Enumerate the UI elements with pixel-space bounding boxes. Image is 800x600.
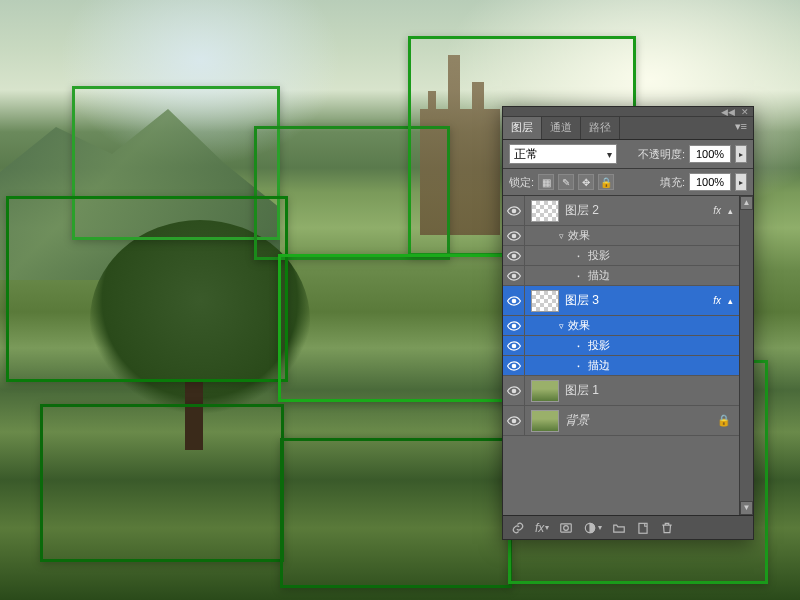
svg-point-3 (512, 274, 516, 278)
layer-list: 图层 2fx▴▿效果۰投影۰描边图层 3fx▴▿效果۰投影۰描边图层 1背景🔒 … (503, 196, 753, 515)
scroll-down-icon[interactable]: ▼ (740, 501, 753, 515)
svg-point-9 (512, 419, 516, 423)
svg-point-4 (512, 299, 516, 303)
visibility-toggle[interactable] (503, 286, 525, 315)
layer-row[interactable]: 背景🔒 (503, 406, 739, 436)
adjustment-layer-icon[interactable]: ▾ (583, 521, 602, 535)
panel-tabs: 图层 通道 路径 ▾≡ (503, 117, 753, 140)
fill-label: 填充: (660, 175, 685, 190)
svg-rect-13 (639, 523, 647, 533)
fx-expand-icon[interactable]: ▴ (725, 206, 735, 216)
visibility-toggle[interactable] (503, 246, 525, 265)
tab-layers[interactable]: 图层 (503, 117, 542, 139)
svg-point-11 (564, 525, 569, 530)
link-layers-icon[interactable] (511, 521, 525, 535)
fx-header-row[interactable]: ▿效果 (503, 316, 739, 336)
layer-name-label[interactable]: 背景 (565, 412, 717, 429)
chevron-down-icon[interactable]: ▿ (559, 231, 564, 241)
fx-badge: fx (713, 205, 721, 216)
svg-point-0 (512, 209, 516, 213)
panel-menu-icon[interactable]: ▾≡ (729, 117, 753, 139)
lock-label: 锁定: (509, 175, 534, 190)
effect-name: 投影 (588, 338, 610, 353)
panel-titlebar[interactable]: ◀◀ ✕ (503, 107, 753, 117)
blend-mode-value: 正常 (514, 146, 538, 163)
lock-icon: 🔒 (717, 414, 731, 427)
effect-name: 投影 (588, 248, 610, 263)
svg-point-8 (512, 389, 516, 393)
new-layer-icon[interactable] (636, 521, 650, 535)
fill-flyout-icon[interactable]: ▸ (735, 173, 747, 191)
fx-item-row[interactable]: ۰描边 (503, 356, 739, 376)
selection-rect[interactable] (6, 196, 288, 382)
lock-all-icon[interactable]: 🔒 (598, 174, 614, 190)
lock-icons: ▦ ✎ ✥ 🔒 (538, 174, 614, 190)
tab-channels[interactable]: 通道 (542, 117, 581, 139)
lock-row: 锁定: ▦ ✎ ✥ 🔒 填充: 100% ▸ (503, 169, 753, 196)
tab-paths[interactable]: 路径 (581, 117, 620, 139)
selection-rect[interactable] (278, 254, 508, 402)
layer-thumbnail[interactable] (531, 200, 559, 222)
lock-position-icon[interactable]: ✥ (578, 174, 594, 190)
fill-input[interactable]: 100% (689, 173, 731, 191)
bullet-icon: ۰ (575, 249, 582, 262)
layer-style-icon[interactable]: fx▾ (535, 521, 549, 535)
svg-point-7 (512, 364, 516, 368)
layer-name-label[interactable]: 图层 2 (565, 202, 713, 219)
svg-point-5 (512, 324, 516, 328)
effects-label: 效果 (568, 228, 590, 243)
opacity-flyout-icon[interactable]: ▸ (735, 145, 747, 163)
opacity-label: 不透明度: (638, 147, 685, 162)
scroll-up-icon[interactable]: ▲ (740, 196, 753, 210)
layer-thumbnail[interactable] (531, 410, 559, 432)
visibility-toggle[interactable] (503, 376, 525, 405)
close-icon[interactable]: ✕ (741, 107, 749, 117)
visibility-toggle[interactable] (503, 316, 525, 335)
fx-item-row[interactable]: ۰描边 (503, 266, 739, 286)
visibility-toggle[interactable] (503, 356, 525, 375)
fx-header-row[interactable]: ▿效果 (503, 226, 739, 246)
visibility-toggle[interactable] (503, 336, 525, 355)
fx-item-row[interactable]: ۰投影 (503, 336, 739, 356)
effect-name: 描边 (588, 358, 610, 373)
bullet-icon: ۰ (575, 269, 582, 282)
bullet-icon: ۰ (575, 339, 582, 352)
effects-label: 效果 (568, 318, 590, 333)
svg-point-6 (512, 344, 516, 348)
blend-mode-select[interactable]: 正常 (509, 144, 617, 164)
layer-thumbnail[interactable] (531, 290, 559, 312)
lock-transparency-icon[interactable]: ▦ (538, 174, 554, 190)
fx-expand-icon[interactable]: ▴ (725, 296, 735, 306)
new-group-icon[interactable] (612, 521, 626, 535)
visibility-toggle[interactable] (503, 196, 525, 225)
layers-panel: ◀◀ ✕ 图层 通道 路径 ▾≡ 正常 不透明度: 100% ▸ 锁定: ▦ ✎… (502, 106, 754, 540)
svg-point-2 (512, 254, 516, 258)
layer-row[interactable]: 图层 1 (503, 376, 739, 406)
layer-mask-icon[interactable] (559, 521, 573, 535)
layer-row[interactable]: 图层 3fx▴ (503, 286, 739, 316)
selection-rect[interactable] (40, 404, 284, 562)
fx-badge: fx (713, 295, 721, 306)
bullet-icon: ۰ (575, 359, 582, 372)
selection-rect[interactable] (280, 438, 512, 588)
delete-layer-icon[interactable] (660, 521, 674, 535)
fx-item-row[interactable]: ۰投影 (503, 246, 739, 266)
blend-row: 正常 不透明度: 100% ▸ (503, 140, 753, 169)
svg-point-1 (512, 234, 516, 238)
visibility-toggle[interactable] (503, 266, 525, 285)
layers-panel-footer: fx▾ ▾ (503, 515, 753, 539)
layer-name-label[interactable]: 图层 1 (565, 382, 735, 399)
chevron-down-icon[interactable]: ▿ (559, 321, 564, 331)
layer-name-label[interactable]: 图层 3 (565, 292, 713, 309)
layer-row[interactable]: 图层 2fx▴ (503, 196, 739, 226)
layer-scrollbar[interactable]: ▲ ▼ (739, 196, 753, 515)
opacity-input[interactable]: 100% (689, 145, 731, 163)
layer-thumbnail[interactable] (531, 380, 559, 402)
visibility-toggle[interactable] (503, 226, 525, 245)
visibility-toggle[interactable] (503, 406, 525, 435)
effect-name: 描边 (588, 268, 610, 283)
collapse-icon[interactable]: ◀◀ (721, 107, 735, 117)
lock-pixels-icon[interactable]: ✎ (558, 174, 574, 190)
